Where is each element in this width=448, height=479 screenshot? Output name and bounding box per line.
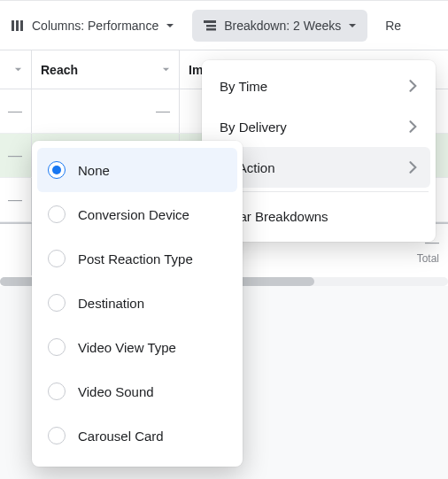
svg-rect-3 (204, 20, 216, 23)
columns-icon (11, 19, 25, 33)
reports-button[interactable]: Re (375, 10, 401, 42)
radio-icon (48, 427, 66, 444)
radio-icon (48, 205, 66, 223)
menu-item-label: By Delivery (220, 120, 287, 135)
option-label: Conversion Device (78, 207, 189, 222)
cell: — (0, 89, 32, 133)
radio-icon (48, 294, 66, 312)
svg-rect-4 (206, 25, 216, 27)
caret-down-icon (166, 21, 174, 30)
svg-rect-5 (206, 28, 216, 31)
option-label: Video Sound (78, 384, 154, 399)
totals-cell (0, 224, 32, 275)
option-label: Post Reaction Type (78, 251, 193, 267)
radio-icon (48, 250, 66, 267)
column-header-label: Im (189, 63, 203, 77)
chevron-right-icon (409, 120, 418, 133)
column-header-reach[interactable]: Reach (32, 50, 180, 89)
menu-item-label: By Time (220, 79, 267, 94)
svg-rect-1 (16, 20, 19, 31)
radio-icon (48, 382, 66, 400)
toolbar: Columns: Performance Breakdown: 2 Weeks … (0, 0, 448, 50)
option-label: None (78, 163, 110, 178)
action-option-post-reaction-type[interactable]: Post Reaction Type (37, 236, 237, 281)
cell: — (32, 89, 180, 133)
breakdown-menu-item-by-time[interactable]: By Time (207, 66, 430, 106)
totals-label: Total (417, 252, 439, 265)
chevron-right-icon (409, 161, 418, 174)
cell: — (0, 134, 32, 177)
action-option-conversion-device[interactable]: Conversion Device (37, 192, 237, 236)
action-option-video-sound[interactable]: Video Sound (37, 369, 237, 413)
breakdown-icon (203, 19, 217, 33)
chevron-right-icon (409, 80, 418, 92)
svg-rect-0 (12, 20, 14, 31)
action-option-destination[interactable]: Destination (37, 281, 237, 325)
option-label: Destination (78, 296, 144, 311)
reports-label: Re (385, 19, 401, 33)
radio-icon (48, 338, 66, 356)
caret-down-icon (14, 66, 22, 73)
by-action-submenu: None Conversion Device Post Reaction Typ… (32, 141, 243, 467)
breakdown-label: Breakdown: 2 Weeks (224, 19, 341, 33)
column-header-blank[interactable] (0, 50, 32, 89)
radio-icon (48, 161, 66, 179)
action-option-video-view-type[interactable]: Video View Type (37, 325, 237, 369)
option-label: Carousel Card (78, 429, 164, 444)
breakdown-button[interactable]: Breakdown: 2 Weeks (192, 10, 367, 42)
option-label: Video View Type (78, 340, 176, 355)
svg-rect-2 (20, 20, 23, 31)
action-option-none[interactable]: None (37, 148, 237, 192)
column-header-label: Reach (41, 63, 78, 77)
breakdown-menu-item-by-delivery[interactable]: By Delivery (207, 106, 430, 147)
caret-down-icon (348, 21, 357, 30)
action-option-carousel-card[interactable]: Carousel Card (37, 413, 237, 458)
caret-down-icon (162, 66, 170, 73)
cell: — (0, 178, 32, 221)
columns-label: Columns: Performance (32, 19, 158, 33)
columns-button[interactable]: Columns: Performance (0, 10, 185, 42)
